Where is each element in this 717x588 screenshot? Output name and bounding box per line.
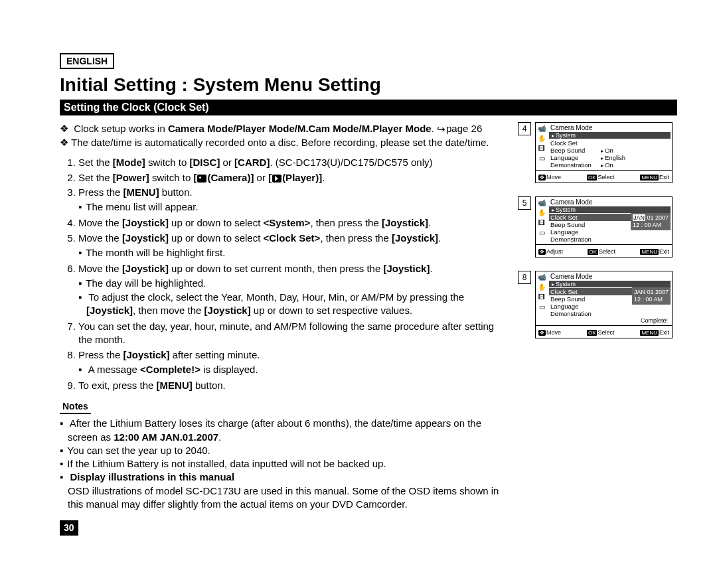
- osd-mode-icons: 📹 ✋ 🎞 ▭: [536, 271, 549, 325]
- page-number: 30: [60, 520, 78, 536]
- section-heading-bar: Setting the Clock (Clock Set): [60, 100, 677, 115]
- substep: To adjust the clock, select the Year, Mo…: [86, 291, 505, 318]
- osd-time: 12 : 00 AM: [634, 296, 669, 303]
- step: Set the [Power] switch to [(Camera)] or …: [78, 171, 505, 184]
- osd-menu-item: Beep Sound: [550, 147, 597, 154]
- osd-date-highlight: JAN: [633, 214, 645, 221]
- note: After the Lithium Battery loses its char…: [68, 417, 505, 444]
- card-icon: ▭: [537, 228, 546, 237]
- step: Move the [Joystick] up or down to set cu…: [78, 262, 505, 317]
- osd-breadcrumb: System: [549, 206, 671, 213]
- step: Move the [Joystick] up or down to select…: [78, 232, 505, 260]
- osd-menu-item: Clock Set: [550, 139, 597, 147]
- menu-badge: MENU: [640, 249, 659, 255]
- menu-badge: MENU: [640, 175, 659, 181]
- camcorder-icon: 📹: [537, 124, 546, 133]
- note: You can set the year up to 2040.: [68, 444, 505, 457]
- figure-number-box: 5: [518, 196, 531, 210]
- osd-menu-item: Beep Sound: [550, 221, 597, 228]
- language-tag: ENGLISH: [60, 53, 114, 69]
- osd-menu-item: Language: [550, 228, 597, 236]
- notes-label: Notes: [60, 400, 91, 414]
- osd-screen: 📹 ✋ 🎞 ▭ Camera Mode System JAN 01 2007 1…: [535, 271, 673, 338]
- osd-complete-msg: Complete!: [549, 317, 671, 324]
- page-title: Initial Setting : System Menu Setting: [60, 74, 677, 96]
- osd-menu-item: Demonstration: [550, 310, 597, 317]
- step: Move the [Joystick] up or down to select…: [78, 216, 505, 230]
- move-arrows-icon: ✥: [538, 330, 546, 336]
- film-icon: 🎞: [537, 218, 546, 227]
- osd-footer: ✥Move OKSelect MENUExit: [536, 170, 672, 183]
- page-ref-icon: ↪: [437, 123, 446, 136]
- osd-figure-4: 4 📹 ✋ 🎞 ▭ Camera Mode System Clock Set: [518, 122, 677, 183]
- osd-mode-icons: 📹 ✋ 🎞 ▭: [536, 123, 549, 170]
- hand-icon: ✋: [537, 134, 546, 143]
- osd-mode-title: Camera Mode: [549, 198, 671, 206]
- figure-number-box: 8: [518, 271, 531, 284]
- film-icon: 🎞: [537, 144, 546, 153]
- main-text-column: Clock setup works in Camera Mode/Player …: [60, 122, 505, 536]
- note: Display illustrations in this manual OSD…: [68, 471, 505, 511]
- intro-bullets: Clock setup works in Camera Mode/Player …: [60, 122, 505, 149]
- step: You can set the day, year, hour, minute,…: [78, 320, 505, 347]
- osd-time: 12 : 00 AM: [633, 222, 669, 229]
- step: Press the [Joystick] after setting minut…: [78, 348, 505, 377]
- move-arrows-icon: ✥: [538, 249, 546, 255]
- text: .: [432, 123, 437, 134]
- osd-menu-item-selected: Clock Set: [550, 288, 597, 295]
- text: Clock setup works in: [74, 123, 168, 134]
- note: If the Lithium Battery is not installed,…: [68, 457, 505, 471]
- osd-mode-icons: 📹 ✋ 🎞 ▭: [536, 197, 549, 244]
- osd-breadcrumb: System: [549, 132, 671, 139]
- osd-menu-item: Beep Sound: [550, 295, 597, 303]
- osd-date-panel: JAN 01 2007 12 : 00 AM: [632, 287, 671, 305]
- osd-footer: ✥Adjust OKSelect MENUExit: [536, 244, 672, 257]
- camcorder-icon: 📹: [537, 273, 546, 281]
- osd-menu-item: Language: [550, 303, 597, 310]
- osd-menu-value: On: [601, 161, 613, 169]
- osd-menu-item: Demonstration: [550, 236, 597, 243]
- steps-list: Set the [Mode] switch to [DISC] or [CARD…: [60, 156, 505, 392]
- ok-badge: OK: [587, 330, 598, 336]
- player-icon: [272, 175, 281, 183]
- figure-number-box: 4: [518, 122, 531, 135]
- osd-figure-8: 8 📹 ✋ 🎞 ▭ Camera Mode System: [518, 271, 677, 338]
- hand-icon: ✋: [537, 283, 546, 291]
- ok-badge: OK: [588, 249, 598, 255]
- notes-list: After the Lithium Battery loses its char…: [60, 417, 505, 511]
- osd-menu-item: Language: [550, 154, 597, 161]
- osd-menu-value: English: [601, 154, 625, 161]
- osd-menu-value: On: [601, 147, 613, 154]
- substep: A message <Complete!> is displayed.: [86, 363, 505, 376]
- osd-figure-5: 5 📹 ✋ 🎞 ▭ Camera Mode System: [518, 196, 677, 257]
- osd-date-panel: JAN 01 2007 12 : 00 AM: [631, 213, 671, 230]
- substep: The day will be highlighted.: [86, 277, 505, 290]
- card-icon: ▭: [537, 303, 546, 311]
- step: To exit, press the [MENU] button.: [78, 379, 505, 392]
- substep: The menu list will appear.: [86, 200, 505, 214]
- step: Set the [Mode] switch to [DISC] or [CARD…: [78, 156, 505, 169]
- intro-bullet: Clock setup works in Camera Mode/Player …: [69, 122, 505, 136]
- camcorder-icon: 📹: [537, 198, 546, 207]
- card-icon: ▭: [537, 154, 546, 163]
- osd-mode-title: Camera Mode: [549, 124, 671, 131]
- ok-badge: OK: [587, 175, 598, 181]
- move-arrows-icon: ✥: [538, 175, 546, 181]
- osd-menu-item-selected: Clock Set: [550, 214, 597, 221]
- osd-breadcrumb: System: [549, 281, 671, 287]
- osd-footer: ✥Move OKSelect MENUExit: [536, 325, 672, 338]
- intro-bullet: The date/time is automatically recorded …: [69, 136, 505, 149]
- osd-screen: 📹 ✋ 🎞 ▭ Camera Mode System Clock Set Bee…: [535, 122, 673, 183]
- osd-menu-item: Demonstration: [550, 161, 597, 169]
- substep: The month will be highlight first.: [86, 246, 505, 259]
- menu-badge: MENU: [640, 330, 659, 336]
- osd-illustration-column: 4 📹 ✋ 🎞 ▭ Camera Mode System Clock Set: [518, 122, 677, 536]
- bold-text: Camera Mode/Player Mode/M.Cam Mode/M.Pla…: [168, 123, 432, 134]
- camera-icon: [197, 175, 206, 183]
- step: Press the [MENU] button. The menu list w…: [78, 186, 505, 214]
- osd-mode-title: Camera Mode: [549, 273, 671, 280]
- page-ref: page 26: [446, 123, 482, 134]
- osd-screen: 📹 ✋ 🎞 ▭ Camera Mode System JAN 01 2007 1…: [535, 196, 673, 257]
- film-icon: 🎞: [537, 293, 546, 301]
- hand-icon: ✋: [537, 208, 546, 217]
